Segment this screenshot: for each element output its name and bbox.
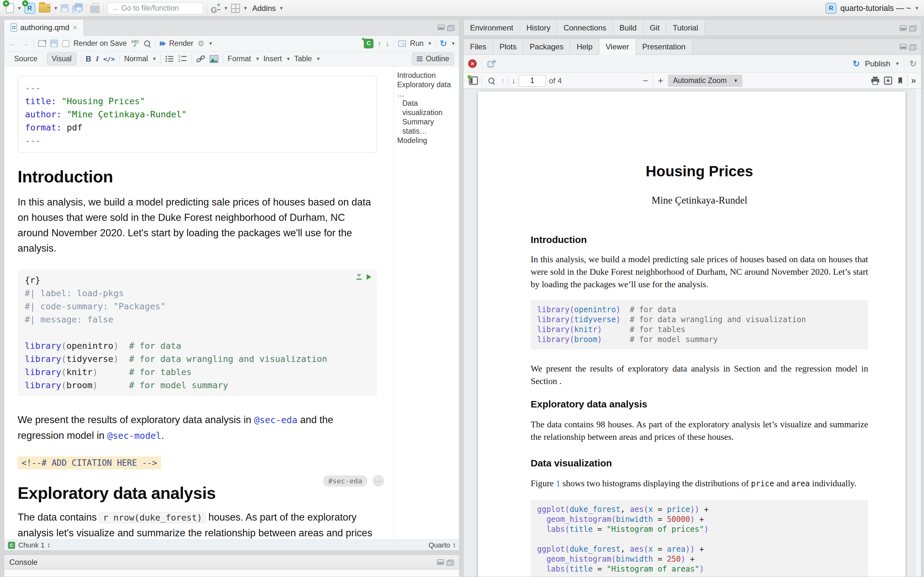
save-icon[interactable]	[61, 4, 69, 12]
pdf-search-icon[interactable]	[488, 77, 495, 85]
save-all-icon[interactable]	[72, 3, 83, 13]
pdf-page-number-input[interactable]	[519, 75, 546, 87]
outline-item-data-visualization[interactable]: Data visualization	[397, 99, 457, 117]
project-menu[interactable]: R quarto-tutorials — ~ ▾	[825, 3, 918, 14]
paragraph-style-dropdown[interactable]: Normal	[124, 55, 148, 63]
open-file-caret-icon[interactable]: ▾	[55, 5, 57, 11]
r-code-chunk[interactable]: {r}#| label: load-pkgs#| code-summary: "…	[18, 269, 377, 396]
visual-editor-content[interactable]: ---title: "Housing Prices"author: "Mine …	[4, 66, 394, 540]
paragraph-style-caret-icon[interactable]: ▾	[153, 55, 156, 62]
pdf-tools-icon[interactable]: »	[911, 76, 916, 85]
tab-close-icon[interactable]: ×	[73, 23, 77, 32]
go-next-section-icon[interactable]: ↓	[386, 39, 389, 48]
pdf-figure-link[interactable]: 1	[556, 478, 561, 488]
table-menu[interactable]: Table	[294, 55, 312, 63]
source-mode-button[interactable]: Source	[9, 53, 42, 65]
back-icon[interactable]: ←	[9, 39, 17, 48]
version-control-caret-icon[interactable]: ▾	[225, 5, 228, 11]
source-refresh-caret-icon[interactable]: ▾	[452, 40, 455, 47]
pdf-previous-page-icon[interactable]: ↑	[501, 76, 505, 85]
run-button[interactable]: Run	[410, 39, 423, 48]
render-button[interactable]: Render	[169, 39, 193, 48]
minimize-pane-icon[interactable]	[438, 25, 445, 30]
console-header[interactable]: Console	[4, 555, 459, 570]
chunk-jump-selector[interactable]: Chunk 1	[18, 541, 45, 550]
chunk-selector-arrows-icon[interactable]: ▴▾	[48, 542, 50, 548]
workspace-panes-icon[interactable]	[231, 4, 240, 13]
console-maximize-icon[interactable]	[448, 560, 454, 565]
source-refresh-icon[interactable]: ↻	[440, 39, 447, 49]
tab-tutorial[interactable]: Tutorial	[666, 19, 705, 36]
code-button[interactable]: </>	[103, 55, 115, 63]
html-comment-citation[interactable]: <!--# ADD CITATION HERE -->	[18, 456, 161, 469]
tab-viewer[interactable]: Viewer	[599, 39, 636, 55]
clear-viewer-icon[interactable]: ×	[468, 59, 477, 68]
sec-model-crossref[interactable]: @sec-model	[107, 430, 162, 441]
pdf-zoom-in-icon[interactable]: +	[656, 75, 665, 86]
go-previous-section-icon[interactable]: ↑	[378, 39, 381, 48]
viewer-minimize-icon[interactable]	[900, 44, 907, 49]
goto-file-function-input[interactable]: → Go to file/function	[107, 2, 204, 15]
format-menu[interactable]: Format	[228, 55, 251, 63]
render-icon[interactable]	[160, 41, 165, 46]
outline-item-modeling[interactable]: Modeling	[397, 136, 457, 145]
new-file-caret-icon[interactable]: ▾	[18, 5, 21, 11]
table-caret-icon[interactable]: ▾	[317, 55, 320, 62]
spellcheck-icon[interactable]: ABC ✓	[131, 40, 139, 47]
addins-caret-icon[interactable]: ▾	[280, 5, 283, 11]
section-options-button[interactable]: ···	[373, 475, 384, 487]
run-caret-icon[interactable]: ▾	[428, 40, 431, 47]
env-maximize-icon[interactable]	[911, 25, 917, 31]
tab-history[interactable]: History	[520, 19, 557, 36]
print-icon[interactable]	[90, 5, 100, 13]
pdf-sidebar-toggle-icon[interactable]	[469, 76, 478, 85]
tab-packages[interactable]: Packages	[523, 39, 570, 55]
addins-menu[interactable]: Addins	[252, 4, 276, 13]
outline-item-introduction[interactable]: Introduction	[397, 71, 457, 80]
forward-icon[interactable]: →	[21, 39, 29, 48]
bullet-list-icon[interactable]	[165, 55, 174, 63]
insert-chunk-icon[interactable]: C	[364, 39, 373, 48]
inline-r-code[interactable]: r nrow(duke_forest)	[99, 512, 206, 523]
viewer-refresh-icon[interactable]: ↻	[909, 59, 917, 69]
pdf-download-icon[interactable]	[883, 76, 893, 85]
run-icon[interactable]	[398, 40, 406, 47]
tab-files[interactable]: Files	[464, 39, 493, 55]
italic-button[interactable]: I	[95, 55, 99, 63]
render-settings-caret-icon[interactable]: ▾	[209, 40, 212, 47]
format-caret-icon[interactable]: ▾	[256, 55, 259, 62]
maximize-pane-icon[interactable]	[449, 25, 455, 30]
render-on-save-checkbox[interactable]	[62, 40, 69, 47]
find-replace-icon[interactable]	[144, 40, 151, 47]
language-mode-selector[interactable]: Quarto	[429, 541, 450, 550]
tab-git[interactable]: Git	[643, 19, 666, 36]
workspace-panes-caret-icon[interactable]: ▾	[244, 5, 247, 11]
link-icon[interactable]	[196, 55, 205, 63]
tab-help[interactable]: Help	[570, 39, 599, 55]
publish-button[interactable]: Publish	[865, 59, 890, 68]
editor-save-icon[interactable]	[50, 39, 58, 47]
tab-build[interactable]: Build	[613, 19, 643, 36]
pdf-print-icon[interactable]	[871, 76, 880, 85]
pdf-zoom-select[interactable]: Automatic Zoom ▾	[668, 75, 742, 87]
new-file-icon[interactable]	[6, 3, 14, 13]
pdf-zoom-out-icon[interactable]: −	[641, 75, 650, 86]
tab-presentation[interactable]: Presentation	[636, 39, 692, 55]
publish-caret-icon[interactable]: ▾	[896, 60, 899, 67]
outline-toggle-button[interactable]: Outline	[412, 53, 454, 65]
version-control-icon[interactable]: + − G	[211, 3, 220, 14]
bold-button[interactable]: B	[86, 55, 91, 63]
console-body[interactable]	[4, 570, 459, 577]
pdf-bookmark-icon[interactable]	[896, 76, 905, 85]
mode-selector-arrows-icon[interactable]: ▴▾	[453, 542, 455, 548]
env-minimize-icon[interactable]	[900, 25, 907, 31]
pdf-next-page-icon[interactable]: ↓	[512, 76, 515, 85]
open-in-window-icon[interactable]	[38, 40, 46, 47]
outline-item-summary-statistics[interactable]: Summary statis…	[397, 117, 457, 136]
viewer-maximize-icon[interactable]	[911, 44, 917, 49]
image-icon[interactable]	[210, 55, 218, 63]
insert-menu[interactable]: Insert	[263, 55, 282, 63]
new-project-icon[interactable]: R	[24, 3, 35, 14]
console-minimize-icon[interactable]	[437, 559, 444, 565]
render-settings-gear-icon[interactable]: ⚙	[198, 39, 205, 48]
